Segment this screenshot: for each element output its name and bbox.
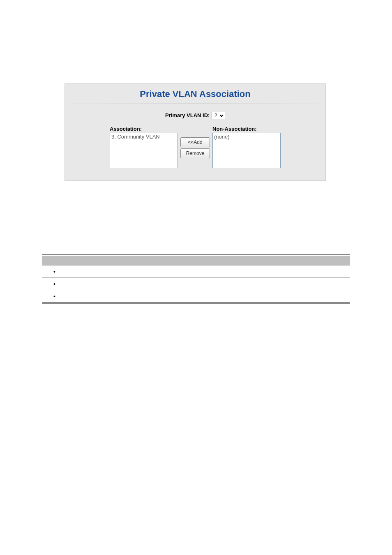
list-item (42, 290, 350, 303)
list-item[interactable]: (none) (214, 134, 279, 140)
association-column: Association: 3, Community VLAN (110, 126, 178, 168)
list-item (42, 266, 350, 278)
non-association-header: Non-Association: (212, 126, 281, 132)
add-button[interactable]: <<Add (180, 137, 210, 147)
bottom-border (42, 303, 350, 304)
top-border (42, 254, 350, 255)
list-item[interactable]: 3, Community VLAN (111, 134, 176, 140)
primary-vlan-label: Primary VLAN ID: (165, 112, 210, 118)
bullet-list (42, 266, 350, 303)
table-header-bar (42, 256, 350, 266)
panel-title: Private VLAN Association (65, 84, 325, 104)
list-item (42, 278, 350, 290)
vlan-association-panel: Private VLAN Association Primary VLAN ID… (65, 83, 326, 181)
non-association-listbox[interactable]: (none) (212, 133, 281, 168)
non-association-column: Non-Association: (none) (212, 126, 281, 168)
divider (69, 104, 321, 104)
buttons-column: <<Add Remove (180, 126, 210, 168)
association-header: Association: (110, 126, 178, 132)
remove-button[interactable]: Remove (180, 148, 210, 158)
primary-vlan-row: Primary VLAN ID: 2 (65, 111, 325, 126)
primary-vlan-select[interactable]: 2 (212, 112, 225, 119)
lists-container: Association: 3, Community VLAN <<Add Rem… (65, 126, 325, 180)
bottom-table-section (42, 254, 350, 304)
association-listbox[interactable]: 3, Community VLAN (110, 133, 178, 168)
